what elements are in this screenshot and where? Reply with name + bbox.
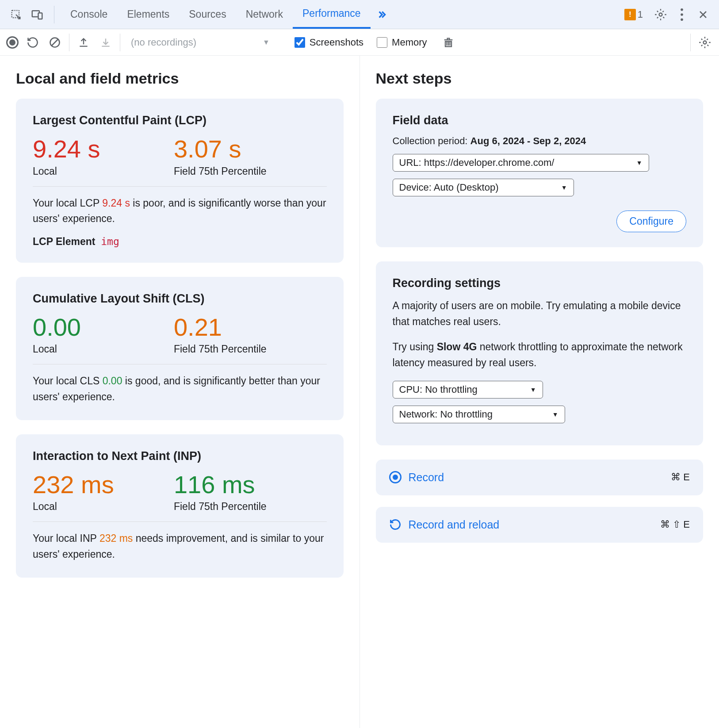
lcp-local-label: Local [33,165,174,177]
lcp-element-row[interactable]: LCP Element img [33,236,327,248]
inspect-element-icon[interactable] [7,6,25,23]
tab-performance[interactable]: Performance [293,0,371,29]
lcp-card: Largest Contentful Paint (LCP) 9.24 s Lo… [16,99,344,263]
recording-settings-p1: A majority of users are on mobile. Try e… [393,298,687,330]
record-label: Record [409,471,444,484]
inp-description: Your local INP 232 ms needs improvement,… [33,531,327,562]
network-dropdown[interactable]: Network: No throttling ▼ [393,406,565,423]
collection-period: Collection period: Aug 6, 2024 - Sep 2, … [393,135,687,147]
chevron-down-icon: ▼ [561,184,567,191]
configure-button[interactable]: Configure [616,211,686,232]
chevron-down-icon: ▼ [552,411,558,418]
tab-elements[interactable]: Elements [117,0,179,29]
download-icon[interactable] [98,34,114,50]
warning-icon: ! [624,9,636,20]
next-steps-column: Next steps Field data Collection period:… [360,56,719,728]
screenshots-checkbox[interactable] [294,37,305,48]
lcp-field-value: 3.07 s [174,135,327,163]
chevron-down-icon: ▼ [636,159,643,166]
upload-icon[interactable] [76,34,92,50]
tab-sources[interactable]: Sources [179,0,236,29]
recording-settings-title: Recording settings [393,276,687,290]
memory-checkbox[interactable] [377,37,387,48]
inp-title: Interaction to Next Paint (INP) [33,449,327,463]
screenshots-label: Screenshots [310,37,363,48]
cls-title: Cumulative Layout Shift (CLS) [33,292,327,306]
close-icon[interactable] [694,6,712,23]
recordings-dropdown[interactable]: (no recordings) ▼ [126,37,270,48]
settings-icon[interactable] [652,6,669,23]
cls-description: Your local CLS 0.00 is good, and is sign… [33,373,327,405]
cls-field-value: 0.21 [174,314,327,341]
tab-network[interactable]: Network [236,0,293,29]
record-reload-action[interactable]: Record and reload ⌘ ⇧ E [376,507,704,543]
inp-field-value: 116 ms [174,471,327,498]
field-data-card: Field data Collection period: Aug 6, 202… [376,99,704,247]
svg-point-9 [704,41,707,44]
metrics-column: Local and field metrics Largest Contentf… [0,56,360,728]
record-reload-label: Record and reload [409,518,500,531]
lcp-element-tag: img [101,236,119,247]
kebab-menu-icon[interactable] [673,6,691,23]
more-tabs-icon[interactable] [372,6,390,23]
divider [120,34,120,51]
device-dropdown[interactable]: Device: Auto (Desktop) ▼ [393,179,574,196]
recording-settings-p2: Try using Slow 4G network throttling to … [393,339,687,371]
cpu-dropdown[interactable]: CPU: No throttling ▼ [393,381,543,398]
reload-icon [389,518,402,531]
inp-local-value: 232 ms [33,471,174,498]
lcp-title: Largest Contentful Paint (LCP) [33,114,327,127]
lcp-local-value: 9.24 s [33,135,174,163]
svg-point-4 [681,8,683,11]
panel-settings-icon[interactable] [697,34,713,50]
cpu-dropdown-label: CPU: No throttling [399,384,478,395]
lcp-field-label: Field 75th Percentile [174,165,327,177]
devtools-tab-strip: Console Elements Sources Network Perform… [0,0,719,29]
cls-field-label: Field 75th Percentile [174,343,327,355]
tab-console[interactable]: Console [61,0,117,29]
recording-settings-card: Recording settings A majority of users a… [376,261,704,445]
next-steps-title: Next steps [376,70,704,87]
network-dropdown-label: Network: No throttling [399,409,493,420]
reload-icon[interactable] [25,34,41,50]
record-icon [389,471,402,483]
divider [690,34,691,51]
issues-badge[interactable]: ! 1 [624,9,643,20]
inp-local-label: Local [33,501,174,513]
warning-count: 1 [638,9,643,20]
url-dropdown-label: URL: https://developer.chrome.com/ [399,157,555,169]
chevron-down-icon: ▼ [530,386,536,393]
lcp-description: Your local LCP 9.24 s is poor, and is si… [33,195,327,227]
performance-toolbar: (no recordings) ▼ Screenshots Memory [0,29,719,56]
metrics-title: Local and field metrics [16,70,344,87]
device-dropdown-label: Device: Auto (Desktop) [399,182,499,193]
divider [69,34,69,51]
record-button-icon[interactable] [6,36,19,49]
svg-point-5 [681,13,683,16]
memory-label: Memory [392,37,427,48]
record-action[interactable]: Record ⌘ E [376,460,704,495]
collect-garbage-icon[interactable] [440,34,456,50]
svg-rect-2 [38,13,42,19]
divider [54,6,54,23]
cls-card: Cumulative Layout Shift (CLS) 0.00 Local… [16,277,344,420]
inp-field-label: Field 75th Percentile [174,501,327,513]
clear-icon[interactable] [47,34,63,50]
svg-point-6 [681,18,683,21]
chevron-down-icon: ▼ [263,38,270,46]
record-reload-shortcut: ⌘ ⇧ E [660,519,690,530]
screenshots-checkbox-row[interactable]: Screenshots [294,37,363,48]
memory-checkbox-row[interactable]: Memory [377,37,427,48]
record-shortcut: ⌘ E [671,471,690,483]
cls-local-label: Local [33,343,174,355]
recordings-dropdown-label: (no recordings) [131,37,196,48]
url-dropdown[interactable]: URL: https://developer.chrome.com/ ▼ [393,154,649,172]
inp-card: Interaction to Next Paint (INP) 232 ms L… [16,434,344,578]
svg-point-3 [659,13,662,16]
device-toggle-icon[interactable] [28,6,46,23]
field-data-title: Field data [393,114,687,127]
cls-local-value: 0.00 [33,314,174,341]
